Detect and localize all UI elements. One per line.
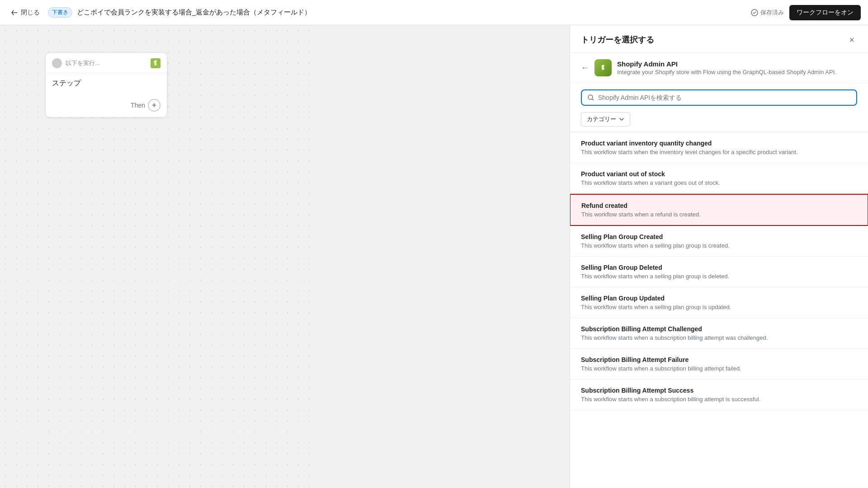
saved-label: 保存済み <box>760 9 784 17</box>
activate-workflow-button[interactable]: ワークフローをオン <box>789 5 861 20</box>
trigger-item-title: Subscription Billing Attempt Failure <box>581 356 857 363</box>
panel-close-button[interactable]: × <box>846 34 857 45</box>
api-source-name: Shopify Admin API <box>617 60 836 68</box>
trigger-item-title: Selling Plan Group Updated <box>581 295 857 302</box>
category-label: カテゴリー <box>587 115 616 123</box>
add-step-button[interactable]: + <box>148 99 160 112</box>
trigger-item-description: This workflow starts when a subscription… <box>581 334 857 341</box>
step-card-header: 以下を実行... <box>46 53 167 73</box>
trigger-item[interactable]: Subscription Billing Attempt FailureThis… <box>570 349 868 380</box>
draft-badge: 下書き <box>48 7 72 18</box>
close-label: 閉じる <box>21 9 40 17</box>
category-filter-button[interactable]: カテゴリー <box>581 112 630 127</box>
search-icon <box>587 94 594 101</box>
trigger-item[interactable]: Selling Plan Group CreatedThis workflow … <box>570 226 868 257</box>
search-input[interactable] <box>598 94 851 101</box>
panel-header: トリガーを選択する × <box>570 25 868 53</box>
workflow-canvas: 以下を実行... ステップ Then + <box>0 25 316 488</box>
back-arrow-icon[interactable]: ← <box>581 63 589 73</box>
trigger-item-description: This workflow starts when the inventory … <box>581 149 857 155</box>
step-header-text: 以下を実行... <box>66 59 100 67</box>
panel-title: トリガーを選択する <box>581 34 654 45</box>
api-source-info: Shopify Admin API Integrate your Shopify… <box>617 60 836 75</box>
trigger-item[interactable]: Subscription Billing Attempt ChallengedT… <box>570 318 868 349</box>
workflow-title: どこポイで会員ランクを実装する場合_返金があった場合（メタフィールド） <box>77 8 311 17</box>
step-status-icon <box>52 58 62 68</box>
header-left: 閉じる 下書き どこポイで会員ランクを実装する場合_返金があった場合（メタフィー… <box>7 6 311 19</box>
app-header: 閉じる 下書き どこポイで会員ランクを実装する場合_返金があった場合（メタフィー… <box>0 0 868 25</box>
search-box <box>581 89 857 106</box>
api-source-description: Integrate your Shopify store with Flow u… <box>617 69 836 75</box>
trigger-item-description: This workflow starts when a variant goes… <box>581 179 857 186</box>
trigger-item[interactable]: Product variant out of stockThis workflo… <box>570 163 868 194</box>
trigger-item-description: This workflow starts when a subscription… <box>581 396 857 403</box>
search-area <box>570 83 868 110</box>
trigger-item-title: Subscription Billing Attempt Challenged <box>581 325 857 333</box>
trigger-item[interactable]: Selling Plan Group DeletedThis workflow … <box>570 257 868 287</box>
header-right: 保存済み ワークフローをオン <box>751 5 861 20</box>
trigger-panel: トリガーを選択する × ← Shopify Admin API Integrat… <box>570 25 868 488</box>
trigger-item-description: This workflow starts when a selling plan… <box>581 242 857 249</box>
step-card: 以下を実行... ステップ Then + <box>45 52 167 117</box>
category-area: カテゴリー <box>570 110 868 132</box>
step-card-footer: Then + <box>46 95 167 117</box>
trigger-item[interactable]: Subscription Billing Attempt SuccessThis… <box>570 380 868 410</box>
trigger-list: Product variant inventory quantity chang… <box>570 132 868 488</box>
trigger-item-title: Refund created <box>581 202 857 209</box>
trigger-item-description: This workflow starts when a selling plan… <box>581 304 857 310</box>
trigger-item-description: This workflow starts when a selling plan… <box>581 273 857 280</box>
saved-icon <box>751 9 758 16</box>
trigger-item-title: Product variant out of stock <box>581 170 857 178</box>
saved-status: 保存済み <box>751 9 784 17</box>
trigger-item-title: Product variant inventory quantity chang… <box>581 140 857 147</box>
then-text: Then <box>131 102 145 109</box>
trigger-item-title: Selling Plan Group Deleted <box>581 264 857 271</box>
step-card-body: ステップ <box>46 73 167 95</box>
exit-icon <box>11 9 18 16</box>
trigger-item[interactable]: Product variant inventory quantity chang… <box>570 132 868 163</box>
shopify-brand-icon <box>151 58 160 68</box>
trigger-item-description: This workflow starts when a subscription… <box>581 365 857 372</box>
step-label: ステップ <box>52 79 81 87</box>
trigger-item-title: Selling Plan Group Created <box>581 233 857 240</box>
api-source-row: ← Shopify Admin API Integrate your Shopi… <box>570 53 868 83</box>
trigger-item-title: Subscription Billing Attempt Success <box>581 387 857 394</box>
trigger-item-description: This workflow starts when a refund is cr… <box>581 211 857 218</box>
close-button[interactable]: 閉じる <box>7 6 43 19</box>
shopify-logo-icon <box>594 59 612 76</box>
trigger-item[interactable]: Refund createdThis workflow starts when … <box>570 194 868 226</box>
chevron-down-icon <box>619 117 624 122</box>
trigger-item[interactable]: Selling Plan Group UpdatedThis workflow … <box>570 287 868 318</box>
